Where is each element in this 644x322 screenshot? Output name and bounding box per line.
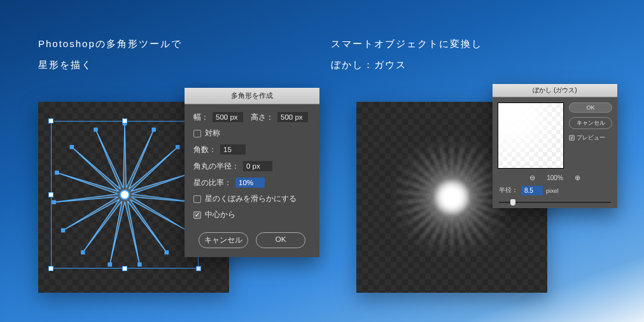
dialog-title: ぼかし (ガウス) [493, 84, 617, 97]
height-label: 高さ： [251, 113, 274, 122]
transform-handle-tm[interactable] [122, 118, 127, 123]
transform-handle-tl[interactable] [48, 118, 53, 123]
radius-slider[interactable] [493, 199, 617, 208]
star-ratio-field[interactable] [235, 178, 265, 188]
cancel-button[interactable]: キャンセル [569, 117, 612, 129]
transform-handle-ml[interactable] [48, 192, 53, 197]
from-center-checkbox[interactable]: ✓ [193, 211, 201, 219]
svg-rect-2 [176, 146, 179, 149]
svg-rect-8 [108, 263, 111, 266]
preview-checkbox[interactable]: ✓ [569, 135, 575, 141]
svg-rect-12 [55, 171, 59, 174]
zoom-percent: 100% [547, 174, 563, 181]
transform-handle-br[interactable] [196, 266, 201, 271]
svg-rect-14 [94, 128, 97, 131]
corner-radius-field[interactable] [243, 161, 272, 171]
transform-handle-bm[interactable] [122, 266, 127, 271]
corner-radius-label: 角丸の半径： [193, 162, 239, 171]
sides-label: 角数： [193, 145, 216, 155]
zoom-in-icon[interactable]: ⊕ [575, 174, 580, 182]
radius-label: 半径： [499, 186, 518, 195]
gaussian-blur-dialog: ぼかし (ガウス) OK キャンセル ✓ プレビュー ⊖ 100% ⊕ 半径： … [493, 84, 617, 208]
svg-rect-1 [152, 128, 155, 131]
ok-button[interactable]: OK [569, 102, 612, 113]
transform-handle-bl[interactable] [48, 266, 53, 271]
svg-rect-9 [81, 251, 85, 254]
create-polygon-dialog: 多角形を作成 幅： 高さ： 対称 角数： 角丸の半径： 星の比率： 星のくぼみを… [185, 88, 319, 257]
svg-rect-13 [70, 146, 73, 149]
symmetric-checkbox[interactable] [193, 130, 201, 137]
ok-button[interactable]: OK [256, 232, 305, 248]
height-field[interactable] [277, 112, 308, 122]
radius-field[interactable] [521, 186, 543, 195]
slider-thumb[interactable] [510, 199, 515, 206]
star-center-anchor[interactable] [120, 190, 129, 199]
smooth-indent-label: 星のくぼみを滑らかにする [205, 194, 297, 204]
svg-rect-11 [52, 200, 55, 204]
zoom-out-icon[interactable]: ⊖ [529, 174, 535, 182]
svg-rect-7 [138, 263, 141, 266]
star-shape[interactable] [45, 115, 205, 275]
star-ratio-label: 星の比率： [193, 178, 232, 188]
svg-rect-10 [62, 229, 65, 232]
symmetric-label: 対称 [205, 129, 220, 138]
sides-field[interactable] [220, 144, 246, 155]
cancel-button[interactable]: キャンセル [199, 232, 248, 248]
left-caption: Photoshopの多角形ツールで 星形を描く [38, 33, 182, 75]
dialog-title: 多角形を作成 [185, 88, 319, 104]
svg-rect-6 [165, 251, 168, 254]
width-label: 幅： [193, 113, 209, 122]
width-field[interactable] [213, 112, 243, 122]
smooth-indent-checkbox[interactable] [193, 195, 201, 203]
right-caption: スマートオブジェクトに変換し ぼかし：ガウス [331, 33, 482, 75]
preview-label: プレビュー [577, 134, 605, 142]
from-center-label: 中心から [205, 210, 235, 220]
blur-preview-thumbnail[interactable] [498, 102, 564, 169]
radius-unit: pixel [546, 187, 559, 194]
